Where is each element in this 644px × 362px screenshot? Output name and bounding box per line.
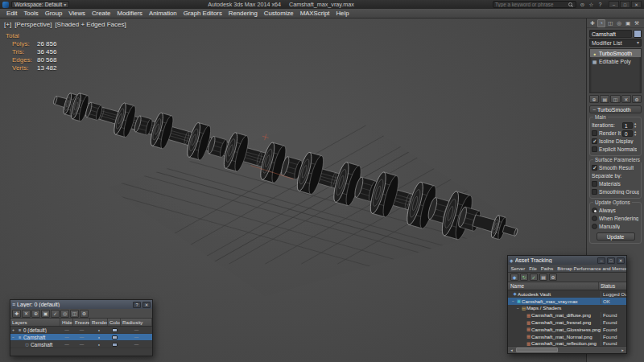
maximize-button[interactable]: [607, 257, 615, 264]
asset-row[interactable]: Camshaft_mat_Normal.png Found: [508, 333, 626, 340]
minimize-button[interactable]: [609, 1, 619, 8]
expand-toggle[interactable]: [12, 335, 16, 339]
viewport-menu-pov[interactable]: [Perspective]: [14, 21, 52, 28]
layer-color-swatch[interactable]: [112, 335, 118, 339]
column-header-layers[interactable]: Layers: [10, 319, 60, 326]
editable-poly-icon[interactable]: [592, 59, 597, 64]
smoothing-groups-checkbox[interactable]: [592, 189, 597, 195]
color-cell[interactable]: [108, 328, 121, 332]
hierarchy-tab-icon[interactable]: [606, 19, 614, 27]
freeze-toggle[interactable]: [73, 342, 90, 347]
column-header-render[interactable]: Render: [90, 319, 108, 326]
asset-tracking-titlebar[interactable]: Asset Tracking: [508, 256, 626, 265]
hide-toggle[interactable]: [60, 327, 73, 332]
help-button[interactable]: [133, 302, 141, 308]
search-icon[interactable]: [568, 2, 572, 6]
viewport-menu-shading[interactable]: [Shaded + Edged Faces]: [55, 21, 126, 28]
layer-row[interactable]: Camshaft: [10, 334, 152, 341]
motion-tab-icon[interactable]: [615, 19, 623, 27]
hide-toggle[interactable]: [60, 342, 73, 347]
close-button[interactable]: [142, 302, 151, 308]
materials-checkbox[interactable]: [592, 181, 597, 187]
menu-item[interactable]: File: [527, 266, 539, 271]
render-toggle[interactable]: [90, 335, 108, 339]
iterations-field[interactable]: 1: [622, 122, 633, 129]
highlight-asset-icon[interactable]: [539, 274, 547, 281]
layer-color-swatch[interactable]: [112, 343, 118, 347]
column-header-name[interactable]: Name: [508, 282, 599, 290]
scroll-left-icon[interactable]: [508, 347, 515, 354]
menu-item[interactable]: Animation: [146, 9, 180, 19]
menu-item[interactable]: Paths: [539, 266, 555, 271]
make-unique-icon[interactable]: [610, 95, 620, 103]
refresh-assets-icon[interactable]: [520, 274, 528, 281]
minimize-button[interactable]: [597, 257, 605, 264]
display-tab-icon[interactable]: [624, 19, 632, 27]
add-to-layer-icon[interactable]: [31, 310, 40, 318]
radiosity-toggle[interactable]: [121, 335, 152, 339]
menu-item[interactable]: Views: [65, 9, 89, 19]
render-toggle[interactable]: [90, 342, 108, 347]
layer-manager-titlebar[interactable]: Layer: 0 (default): [10, 300, 152, 309]
object-name-field[interactable]: Camshaft: [589, 30, 632, 38]
radiosity-toggle[interactable]: [121, 342, 152, 347]
sign-in-icon[interactable]: [579, 1, 586, 8]
color-cell[interactable]: [108, 335, 121, 339]
viewport-menu-general[interactable]: [+]: [4, 21, 11, 28]
show-end-result-icon[interactable]: [600, 95, 609, 103]
configure-modifier-sets-icon[interactable]: [632, 95, 642, 103]
utilities-tab-icon[interactable]: [633, 19, 641, 27]
select-layer-objects-icon[interactable]: [41, 310, 50, 318]
menu-item[interactable]: MAXScript: [297, 9, 333, 19]
render-toggle[interactable]: [90, 327, 108, 332]
asset-row[interactable]: Camshaft_mat_diffuse.png Found: [508, 311, 626, 319]
maximize-button[interactable]: [620, 1, 630, 8]
column-header-status[interactable]: Status: [599, 282, 626, 290]
menu-item[interactable]: Modifiers: [114, 9, 146, 19]
when-rendering-radio[interactable]: [592, 216, 597, 221]
new-layer-icon[interactable]: [12, 310, 21, 318]
object-color-swatch[interactable]: [634, 30, 642, 38]
app-menu-icon[interactable]: [2, 2, 9, 8]
isoline-display-checkbox[interactable]: [592, 138, 597, 144]
menu-item[interactable]: Help: [332, 9, 352, 19]
close-button[interactable]: [631, 1, 642, 8]
favorites-star-icon[interactable]: [588, 1, 595, 8]
explicit-normals-checkbox[interactable]: [592, 146, 597, 152]
set-current-layer-icon[interactable]: [51, 310, 60, 318]
asset-row[interactable]: Camshaft_mat_reflection.png Found: [508, 340, 626, 346]
menu-item[interactable]: Server: [509, 266, 527, 271]
iterations-spinner[interactable]: [634, 122, 639, 129]
expand-toggle[interactable]: [12, 327, 16, 332]
menu-item[interactable]: Rendering: [225, 9, 261, 19]
layer-row[interactable]: 0 (default): [10, 327, 152, 334]
turbosmooth-rollout-header[interactable]: TurboSmooth: [589, 105, 642, 113]
asset-row[interactable]: Camshaft_mat_fresnel.png Found: [508, 319, 626, 326]
workspace-dropdown[interactable]: Workspace: Default: [11, 1, 69, 8]
hide-toggle[interactable]: [60, 335, 73, 339]
asset-row[interactable]: Camshaft_max_vray.max OK: [508, 298, 626, 305]
update-button[interactable]: Update: [597, 232, 635, 241]
column-header-color[interactable]: Color: [108, 319, 121, 326]
manually-radio[interactable]: [592, 224, 597, 229]
column-header-radiosity[interactable]: Radiosity: [121, 319, 152, 326]
modifier-stack-item[interactable]: Editable Poly: [590, 57, 641, 65]
highlight-layer-icon[interactable]: [60, 310, 69, 318]
menu-item[interactable]: Tools: [20, 9, 41, 19]
pin-stack-icon[interactable]: [589, 95, 599, 103]
menu-item[interactable]: Graph Editors: [180, 9, 225, 19]
bulb-icon[interactable]: [592, 51, 597, 56]
asset-options-icon[interactable]: [549, 274, 557, 281]
render-iters-spinner[interactable]: [634, 130, 639, 137]
resolve-paths-icon[interactable]: [530, 274, 538, 281]
modifier-list-dropdown[interactable]: Modifier List: [589, 39, 642, 47]
menu-item[interactable]: Customize: [261, 9, 297, 19]
vault-login-icon[interactable]: [510, 274, 518, 281]
color-cell[interactable]: [108, 343, 121, 347]
close-button[interactable]: [617, 257, 625, 264]
smooth-result-checkbox[interactable]: [592, 165, 597, 171]
hide-all-icon[interactable]: [70, 310, 79, 318]
menu-item[interactable]: Create: [89, 9, 114, 19]
modifier-stack[interactable]: TurboSmooth Editable Poly: [589, 48, 642, 93]
freeze-toggle[interactable]: [73, 327, 90, 332]
